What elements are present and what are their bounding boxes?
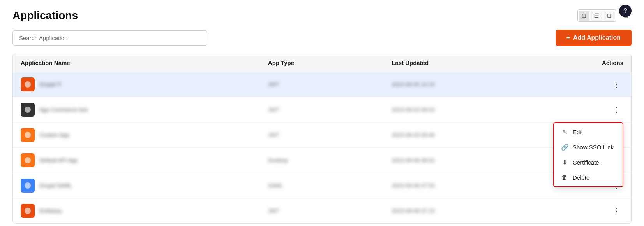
app-icon [21, 204, 35, 218]
app-type-text: JWT [268, 208, 279, 214]
app-type-text: SAML [268, 182, 283, 189]
dropdown-item-certificate[interactable]: ⬇Certificate [554, 155, 623, 170]
delete-label: Delete [573, 174, 589, 181]
app-icon [21, 128, 35, 142]
app-name-cell: Default API App [21, 153, 252, 167]
svg-point-3 [25, 157, 31, 163]
app-type-text: JWT [268, 107, 279, 113]
more-actions-button[interactable]: ⋮ [609, 205, 623, 216]
svg-point-1 [25, 107, 31, 113]
app-name-cell: Embassy [21, 204, 252, 218]
app-name-text: Embassy [39, 208, 62, 214]
view-toggle-group: ⊞ ☰ ⊟ [577, 9, 616, 22]
col-header-app-type: App Type [260, 54, 384, 72]
last-updated-text: 2023-08-05 10:15 [392, 81, 435, 88]
add-button-label: Add Application [573, 34, 621, 41]
edit-icon: ✎ [561, 128, 568, 136]
actions-dropdown-menu: ✎Edit🔗Show SSO Link⬇Certificate🗑Delete [553, 122, 623, 187]
last-updated-text: 2023-08-03 09:46 [392, 132, 435, 138]
table-row: Default API AppDesktop2023-09-06 08:02⋮ [13, 148, 631, 173]
col-header-app-name: Application Name [13, 54, 260, 72]
app-name-text: Drupal SAML [39, 182, 72, 189]
app-name-text: Ngo Commerce test [39, 107, 88, 113]
svg-point-2 [25, 132, 31, 138]
app-name-cell: Custom App [21, 128, 252, 142]
table-row: Drupal SAMLSAML2023-09-06 07:53⋮ [13, 173, 631, 198]
last-updated-text: 2023-09-06 07:53 [392, 182, 435, 189]
dropdown-item-delete[interactable]: 🗑Delete [554, 170, 623, 185]
col-header-last-updated: Last Updated [384, 54, 538, 72]
last-updated-text: 2023-09-06 07:15 [392, 208, 435, 214]
table-row: Custom AppJWT2023-08-03 09:46⋮ [13, 123, 631, 148]
actions-cell: ⋮ [538, 72, 631, 97]
last-updated-text: 2023-08-03 09:03 [392, 107, 435, 113]
svg-point-0 [25, 81, 31, 88]
app-name-cell: Drupal SAML [21, 179, 252, 193]
table-row: Drupal ITJWT2023-08-05 10:15⋮ [13, 72, 631, 97]
app-icon [21, 179, 35, 193]
show-sso-icon: 🔗 [561, 144, 568, 151]
app-icon [21, 153, 35, 167]
edit-label: Edit [573, 129, 583, 135]
app-name-cell: Ngo Commerce test [21, 103, 252, 117]
applications-table: Application Name App Type Last Updated A… [13, 54, 631, 223]
app-name-text: Drupal IT [39, 81, 62, 88]
last-updated-text: 2023-09-06 08:02 [392, 157, 435, 163]
page-title: Applications [12, 9, 78, 22]
table-header-row: Application Name App Type Last Updated A… [13, 54, 631, 72]
app-icon [21, 77, 35, 91]
add-application-button[interactable]: + Add Application [556, 30, 632, 46]
table-view-button[interactable]: ⊟ [604, 11, 615, 21]
search-input[interactable] [12, 30, 207, 46]
app-type-text: JWT [268, 132, 279, 138]
certificate-icon: ⬇ [561, 159, 568, 166]
app-type-text: JWT [268, 81, 279, 88]
delete-icon: 🗑 [561, 174, 568, 181]
svg-point-4 [25, 182, 31, 189]
table-row: Ngo Commerce testJWT2023-08-03 09:03⋮✎Ed… [13, 97, 631, 123]
app-icon [21, 103, 35, 117]
help-button[interactable]: ? [619, 5, 632, 17]
app-name-cell: Drupal IT [21, 77, 252, 91]
dropdown-item-edit[interactable]: ✎Edit [554, 124, 623, 140]
list-view-button[interactable]: ☰ [591, 11, 602, 21]
more-actions-button[interactable]: ⋮ [609, 79, 623, 90]
actions-cell: ⋮✎Edit🔗Show SSO Link⬇Certificate🗑Delete [538, 97, 631, 123]
show-sso-label: Show SSO Link [573, 144, 614, 151]
app-name-text: Default API App [39, 157, 78, 163]
table-row: EmbassyJWT2023-09-06 07:15⋮ [13, 198, 631, 224]
actions-cell: ⋮ [538, 198, 631, 224]
grid-view-button[interactable]: ⊞ [579, 11, 589, 21]
svg-point-5 [25, 208, 31, 214]
plus-icon: + [566, 34, 570, 41]
certificate-label: Certificate [573, 159, 599, 166]
applications-table-container: Application Name App Type Last Updated A… [12, 54, 632, 224]
more-actions-button[interactable]: ⋮ [609, 104, 623, 115]
dropdown-item-show-sso[interactable]: 🔗Show SSO Link [554, 140, 623, 155]
col-header-actions: Actions [538, 54, 631, 72]
app-name-text: Custom App [39, 132, 69, 138]
app-type-text: Desktop [268, 157, 288, 163]
